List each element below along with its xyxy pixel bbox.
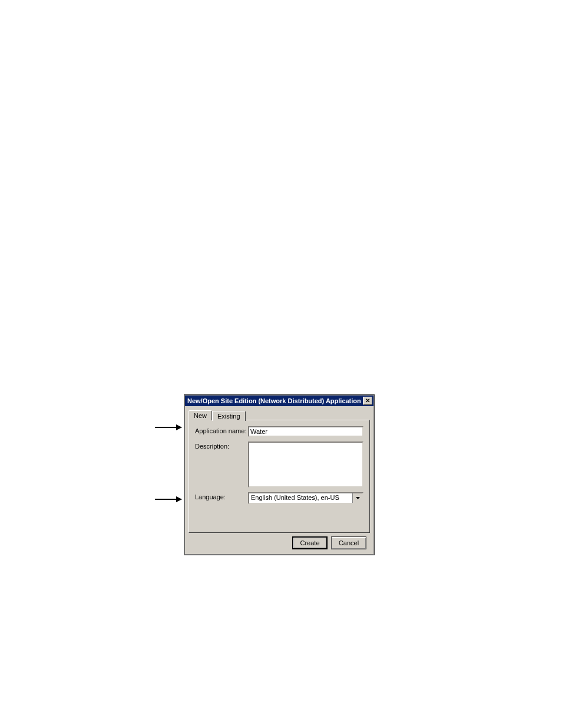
application-name-label: Application name:: [195, 426, 248, 437]
annotation-arrow: [155, 427, 181, 428]
application-name-input[interactable]: [248, 426, 363, 437]
annotation-arrow: [155, 499, 181, 500]
dialog-title: New/Open Site Edition (Network Distribut…: [187, 396, 361, 406]
close-button[interactable]: ✕: [363, 397, 372, 405]
svg-marker-0: [356, 497, 360, 499]
button-label: Cancel: [339, 539, 359, 546]
close-icon: ✕: [365, 396, 370, 406]
language-label: Language:: [195, 492, 248, 504]
new-open-application-dialog: New/Open Site Edition (Network Distribut…: [184, 395, 374, 555]
tab-strip: New Existing: [189, 410, 370, 420]
titlebar[interactable]: New/Open Site Edition (Network Distribut…: [185, 396, 373, 406]
description-input[interactable]: [248, 442, 363, 487]
tab-panel-new: Application name: Description: Language:…: [189, 420, 370, 533]
create-button[interactable]: Create: [292, 536, 328, 549]
language-dropdown-button[interactable]: [352, 493, 362, 503]
chevron-down-icon: [356, 497, 360, 499]
language-select-value: English (United States), en-US: [249, 493, 352, 503]
description-label: Description:: [195, 442, 248, 487]
dialog-button-row: Create Cancel: [189, 533, 370, 549]
tab-existing[interactable]: Existing: [212, 411, 246, 421]
language-select[interactable]: English (United States), en-US: [248, 492, 363, 504]
tab-label: New: [194, 412, 207, 419]
tab-new[interactable]: New: [189, 410, 212, 420]
button-label: Create: [300, 539, 319, 546]
tab-label: Existing: [217, 413, 240, 420]
cancel-button[interactable]: Cancel: [331, 536, 366, 549]
